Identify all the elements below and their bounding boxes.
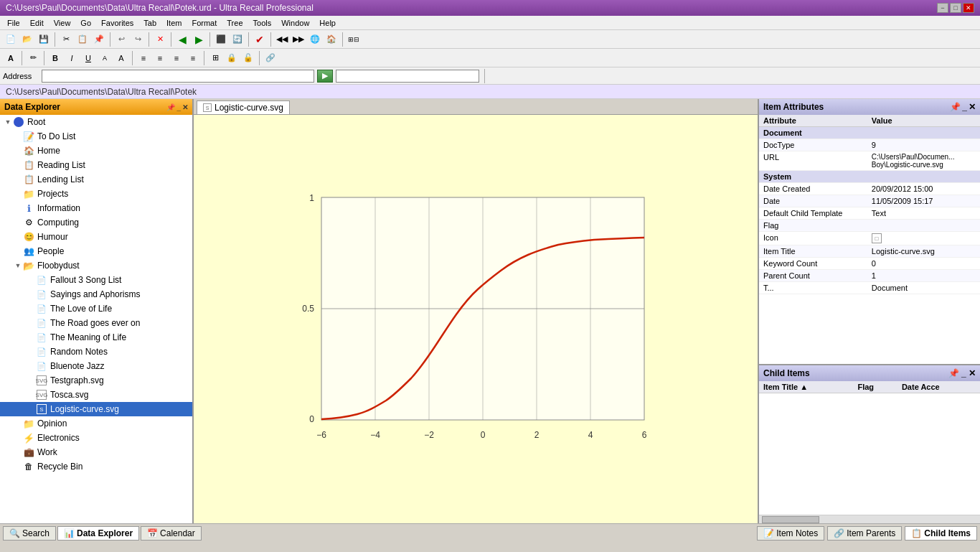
menu-item-window[interactable]: Window bbox=[277, 17, 314, 29]
menu-item-edit[interactable]: Edit bbox=[26, 17, 48, 29]
panel-close-icon[interactable]: ✕ bbox=[182, 103, 188, 111]
tree-item-information[interactable]: ℹ Information bbox=[0, 201, 192, 215]
tree-item-home[interactable]: 🏠 Home bbox=[0, 144, 192, 158]
status-tab-search[interactable]: 🔍 Search bbox=[3, 526, 56, 541]
tree-item-testgraph[interactable]: SVG Testgraph.svg bbox=[0, 373, 192, 388]
tree-item-floobydust[interactable]: ▼ 📂 Floobydust bbox=[0, 258, 192, 273]
lock-button[interactable]: 🔒 bbox=[224, 50, 240, 66]
menu-item-file[interactable]: File bbox=[3, 17, 24, 29]
child-panel-controls[interactable]: 📌 _ ✕ bbox=[948, 368, 976, 378]
pencil-button[interactable]: ✏ bbox=[25, 50, 41, 66]
status-tab-calendar[interactable]: 📅 Calendar bbox=[141, 526, 202, 541]
tree-item-projects[interactable]: 📁 Projects bbox=[0, 187, 192, 201]
font-button[interactable]: A bbox=[3, 50, 19, 66]
bold-button[interactable]: B bbox=[47, 50, 63, 66]
tree-item-todo[interactable]: 📝 To Do List bbox=[0, 129, 192, 144]
nav-next[interactable]: ▶▶ bbox=[291, 32, 306, 47]
nav-down[interactable]: 🏠 bbox=[324, 32, 339, 47]
tree-item-sayings[interactable]: 📄 Sayings and Aphorisms bbox=[0, 287, 192, 301]
child-minimize-icon[interactable]: _ bbox=[961, 368, 966, 378]
item-notes-tab[interactable]: 📝 Item Notes bbox=[757, 526, 824, 541]
minimize-button[interactable]: − bbox=[937, 3, 948, 13]
expand-button[interactable]: ⊞⊟ bbox=[346, 32, 362, 47]
close-button[interactable]: ✕ bbox=[963, 3, 974, 13]
menu-item-help[interactable]: Help bbox=[315, 17, 340, 29]
paste-button[interactable]: 📌 bbox=[91, 32, 107, 47]
caps-button[interactable]: A bbox=[113, 50, 129, 66]
menu-item-tools[interactable]: Tools bbox=[249, 17, 276, 29]
attr-col-value[interactable]: Value bbox=[867, 115, 980, 127]
menu-item-favorites[interactable]: Favorites bbox=[97, 17, 138, 29]
underline-button[interactable]: U bbox=[80, 50, 96, 66]
tree-item-tosca[interactable]: SVG Tosca.svg bbox=[0, 388, 192, 402]
child-close-icon[interactable]: ✕ bbox=[969, 368, 976, 378]
undo-button[interactable]: ↩ bbox=[113, 32, 129, 47]
tree-item-electronics[interactable]: ⚡ Electronics bbox=[0, 431, 192, 445]
child-col-flag[interactable]: Flag bbox=[853, 381, 897, 393]
table-button[interactable]: ⊞ bbox=[207, 50, 223, 66]
address-search-input[interactable] bbox=[336, 70, 479, 83]
child-col-title[interactable]: Item Title ▲ bbox=[759, 381, 853, 393]
tree-item-work[interactable]: 💼 Work bbox=[0, 445, 192, 459]
tree-item-meaning[interactable]: 📄 The Meaning of Life bbox=[0, 330, 192, 345]
floobydust-expand-icon[interactable]: ▼ bbox=[13, 261, 23, 271]
check-button[interactable]: ✔ bbox=[252, 32, 268, 47]
italic-button[interactable]: I bbox=[64, 50, 80, 66]
link-button[interactable]: 🔗 bbox=[263, 50, 278, 66]
tree-item-humour[interactable]: 😊 Humour bbox=[0, 230, 192, 244]
attr-close-icon[interactable]: ✕ bbox=[969, 102, 976, 112]
child-pin-icon[interactable]: 📌 bbox=[948, 368, 959, 378]
tree-item-logistic[interactable]: S Logistic-curve.svg bbox=[0, 402, 192, 416]
status-tab-explorer[interactable]: 📊 Data Explorer bbox=[57, 526, 139, 541]
redo-button[interactable]: ↪ bbox=[130, 32, 146, 47]
expand-icon[interactable]: ▼ bbox=[3, 117, 13, 127]
align-left[interactable]: ≡ bbox=[136, 50, 151, 66]
panel-pin-icon[interactable]: 📌 bbox=[166, 103, 175, 111]
save-button[interactable]: 💾 bbox=[36, 32, 52, 47]
tree-item-lending[interactable]: 📋 Lending List bbox=[0, 172, 192, 187]
tree-item-fallout[interactable]: 📄 Fallout 3 Song List bbox=[0, 273, 192, 287]
menu-item-go[interactable]: Go bbox=[76, 17, 95, 29]
attr-col-attribute[interactable]: Attribute bbox=[759, 115, 867, 127]
panel-controls[interactable]: 📌 _ ✕ bbox=[166, 103, 188, 111]
nav-prev[interactable]: ◀◀ bbox=[274, 32, 290, 47]
new-button[interactable]: 📄 bbox=[3, 32, 19, 47]
back-button[interactable]: ◀ bbox=[174, 32, 190, 47]
attr-pin-icon[interactable]: 📌 bbox=[950, 102, 961, 112]
window-controls[interactable]: − □ ✕ bbox=[937, 3, 974, 13]
menu-item-tree[interactable]: Tree bbox=[222, 17, 247, 29]
tree-item-road[interactable]: 📄 The Road goes ever on bbox=[0, 316, 192, 330]
tree-item-reading[interactable]: 📋 Reading List bbox=[0, 158, 192, 172]
menu-item-tab[interactable]: Tab bbox=[139, 17, 161, 29]
child-items-tab[interactable]: 📋 Child Items bbox=[905, 526, 977, 541]
cut-button[interactable]: ✂ bbox=[58, 32, 74, 47]
tree-item-root[interactable]: ▼ Root bbox=[0, 115, 192, 129]
item-parents-tab[interactable]: 🔗 Item Parents bbox=[827, 526, 902, 541]
child-col-dateacce[interactable]: Date Acce bbox=[897, 381, 980, 393]
menu-item-format[interactable]: Format bbox=[187, 17, 221, 29]
nav-up[interactable]: 🌐 bbox=[307, 32, 323, 47]
child-scrollbar[interactable] bbox=[759, 515, 980, 523]
refresh-button[interactable]: 🔄 bbox=[230, 32, 245, 47]
maximize-button[interactable]: □ bbox=[950, 3, 961, 13]
tab-logistic[interactable]: S Logistic-curve.svg bbox=[197, 100, 290, 114]
tree-item-random[interactable]: 📄 Random Notes bbox=[0, 345, 192, 359]
tree-item-love[interactable]: 📄 The Love of Life bbox=[0, 301, 192, 316]
tree-item-bluenote[interactable]: 📄 Bluenote Jazz bbox=[0, 359, 192, 373]
forward-button[interactable]: ▶ bbox=[191, 32, 207, 47]
align-center[interactable]: ≡ bbox=[152, 50, 168, 66]
tree-item-people[interactable]: 👥 People bbox=[0, 244, 192, 258]
align-right[interactable]: ≡ bbox=[169, 50, 184, 66]
menu-item-item[interactable]: Item bbox=[162, 17, 186, 29]
tree-item-opinion[interactable]: 📁 Opinion bbox=[0, 416, 192, 431]
copy-button[interactable]: 📋 bbox=[75, 32, 90, 47]
address-go-button[interactable]: ▶ bbox=[317, 70, 333, 83]
tree-item-computing[interactable]: ⚙ Computing bbox=[0, 215, 192, 230]
open-button[interactable]: 📂 bbox=[19, 32, 35, 47]
panel-minimize-icon[interactable]: _ bbox=[176, 103, 181, 111]
small-caps[interactable]: A bbox=[97, 50, 113, 66]
child-scroll-thumb[interactable] bbox=[762, 516, 819, 523]
attr-panel-controls[interactable]: 📌 _ ✕ bbox=[950, 102, 976, 112]
tree-item-recycle[interactable]: 🗑 Recycle Bin bbox=[0, 459, 192, 474]
menu-item-view[interactable]: View bbox=[50, 17, 75, 29]
